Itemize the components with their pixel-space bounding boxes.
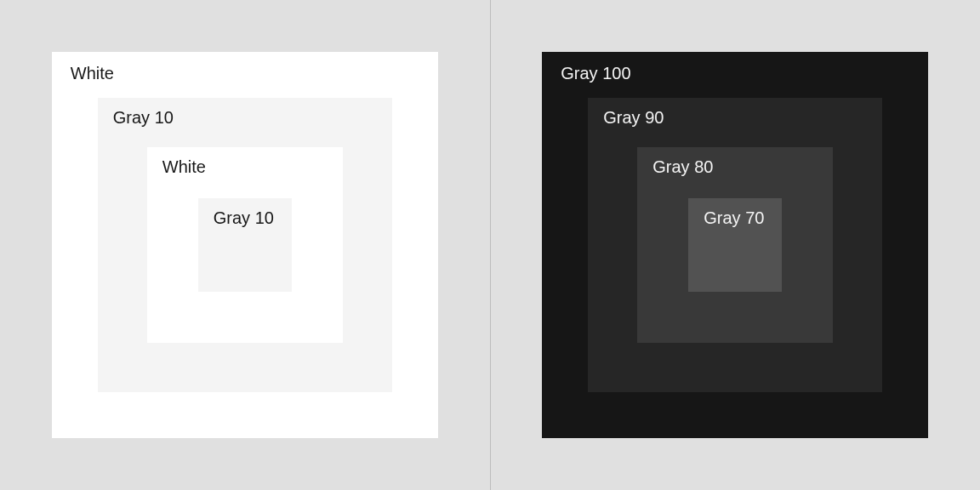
light-layer-label-0: White <box>71 64 114 83</box>
light-layer-gray10-inner: Gray 10 <box>198 198 292 292</box>
dark-layer-stack: Gray 100 Gray 90 Gray 80 Gray 70 <box>542 52 928 438</box>
dark-layer-gray70: Gray 70 <box>688 198 782 292</box>
light-theme-panel: White Gray 10 White Gray 10 <box>0 0 490 490</box>
light-layer-label-2: White <box>162 157 206 177</box>
light-layer-label-3: Gray 10 <box>214 208 274 228</box>
light-layer-label-1: Gray 10 <box>113 108 174 128</box>
dark-theme-panel: Gray 100 Gray 90 Gray 80 Gray 70 <box>491 0 981 490</box>
dark-layer-label-3: Gray 70 <box>704 208 764 228</box>
dark-layer-label-1: Gray 90 <box>603 108 664 128</box>
dark-layer-label-0: Gray 100 <box>561 64 630 83</box>
light-layer-stack: White Gray 10 White Gray 10 <box>52 52 438 438</box>
dark-layer-label-2: Gray 80 <box>652 157 713 177</box>
